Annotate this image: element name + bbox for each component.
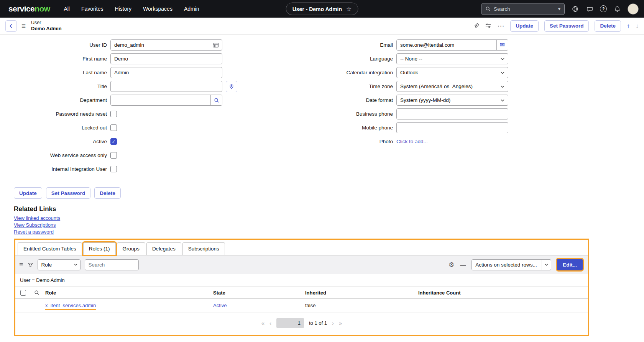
label-email: Email [290,42,396,48]
column-header-inherited[interactable]: Inherited [303,290,416,296]
nav-all[interactable]: All [64,6,70,12]
paperclip-icon[interactable] [473,23,479,29]
related-links: View linked accounts View Subscriptions … [14,215,644,235]
help-icon[interactable]: ? [600,5,607,12]
logo-text-now: now [34,4,50,13]
nav-admin[interactable]: Admin [184,6,199,12]
email-send-button[interactable]: ✉ [496,40,508,50]
collapse-list-icon[interactable]: — [460,262,466,268]
form-context-menu-icon[interactable]: ≡ [21,22,26,30]
password-needs-reset-checkbox[interactable] [110,111,117,117]
column-search-icon[interactable] [31,290,43,295]
view-linked-accounts-link[interactable]: View linked accounts [14,215,60,221]
list-toolbar-right: ⚙ — Actions on selected rows... Edit... [449,259,584,270]
search-icon [485,6,491,12]
delete-button[interactable]: Delete [595,20,621,32]
view-subscriptions-link[interactable]: View Subscriptions [14,222,56,228]
record-title: User Demo Admin [31,20,62,32]
label-mobile-phone: Mobile phone [290,125,396,131]
time-zone-select[interactable]: System (America/Los_Angeles) [396,81,508,92]
reset-a-password-link[interactable]: Reset a password [14,229,54,235]
user-id-field [110,39,222,51]
set-password-button-bottom[interactable]: Set Password [46,187,91,199]
record-name-label: Demo Admin [31,26,62,32]
search-scope-caret[interactable]: ▼ [554,3,564,15]
column-header-role[interactable]: Role [43,290,211,296]
column-header-state[interactable]: State [211,290,303,296]
calendar-integration-select[interactable]: Outlook [396,67,508,78]
active-checkbox[interactable] [110,138,117,145]
title-input[interactable] [111,81,222,92]
filter-funnel-icon[interactable] [28,262,33,268]
last-name-input[interactable] [111,67,222,78]
form-right-column: Email ✉ Language -- None -- Calendar int… [290,39,508,175]
related-list-roles: Entitled Custom Tables Roles (1) Groups … [14,239,589,336]
set-password-button[interactable]: Set Password [544,20,589,32]
label-time-zone: Time zone [290,83,396,89]
footer-buttons: Update Set Password Delete [14,187,644,199]
suggestion-pin-button[interactable] [226,81,237,92]
tab-groups[interactable]: Groups [117,242,145,255]
email-input[interactable] [397,40,496,50]
department-input[interactable] [111,95,210,105]
tab-delegates[interactable]: Delegates [146,242,181,255]
global-search-input[interactable]: Search ▼ [481,3,565,15]
first-page-icon[interactable]: « [261,320,264,326]
tab-subscriptions[interactable]: Subscriptions [182,242,225,255]
search-icon [214,98,219,103]
list-context-menu-icon[interactable]: ≡ [19,261,23,269]
nav-workspaces[interactable]: Workspaces [143,6,172,12]
edit-button[interactable]: Edit... [557,259,583,270]
internal-integration-user-checkbox[interactable] [110,166,117,172]
label-web-service-access-only: Web service access only [14,152,110,158]
user-id-input[interactable] [111,40,213,50]
favorite-star-icon[interactable]: ☆ [346,5,352,13]
servicenow-logo[interactable]: servicenow [8,4,50,13]
form-left-column: User ID First name Last name Title Depar [14,39,253,175]
nav-favorites[interactable]: Favorites [81,6,104,12]
related-list-tabs: Entitled Custom Tables Roles (1) Groups … [15,240,588,255]
user-avatar[interactable] [628,3,639,15]
top-navigation: All Favorites History Workspaces Admin [64,6,199,12]
photo-add-link[interactable]: Click to add... [396,139,428,144]
back-button[interactable] [5,20,17,32]
department-lookup-button[interactable] [210,95,222,105]
role-record-link[interactable]: x_itent_services.admin [45,303,96,310]
next-page-icon[interactable]: › [332,320,334,326]
first-name-input[interactable] [111,54,222,64]
envelope-icon: ✉ [500,41,505,49]
list-search-input[interactable] [85,259,139,270]
last-page-icon[interactable]: » [339,320,342,326]
globe-icon[interactable] [571,5,579,13]
locked-out-checkbox[interactable] [110,124,117,131]
previous-record-arrow-icon[interactable]: ↑ [627,23,630,29]
web-service-access-only-checkbox[interactable] [110,152,117,159]
delete-button-bottom[interactable]: Delete [94,187,121,199]
context-pill-label: User - Demo Admin [292,6,342,12]
date-format-select[interactable]: System (yyyy-MM-dd) [396,95,508,106]
context-pill[interactable]: User - Demo Admin ☆ [286,3,358,15]
more-options-icon[interactable]: ⋯ [497,24,504,28]
nav-history[interactable]: History [115,6,132,12]
personalize-form-icon[interactable] [485,23,491,29]
select-all-checkbox[interactable] [20,290,26,296]
label-photo: Photo [290,139,396,144]
tab-entitled-custom-tables[interactable]: Entitled Custom Tables [18,242,82,255]
business-phone-input[interactable] [397,109,508,119]
previous-page-icon[interactable]: ‹ [269,320,271,326]
actions-on-selected-rows-select[interactable]: Actions on selected rows... [472,259,551,270]
notifications-bell-icon[interactable] [613,5,621,13]
search-field-select[interactable]: Role [38,259,80,270]
update-button-bottom[interactable]: Update [14,187,42,199]
list-breadcrumb[interactable]: User = Demo Admin [15,274,588,287]
gear-icon[interactable]: ⚙ [449,262,454,268]
tab-roles[interactable]: Roles (1) [83,242,116,255]
next-record-arrow-icon[interactable]: ↓ [636,23,639,29]
mobile-phone-input[interactable] [397,123,508,133]
column-header-inheritance-count[interactable]: Inheritance Count [416,290,588,296]
chat-icon[interactable] [585,5,594,13]
language-select[interactable]: -- None -- [396,53,508,64]
update-button[interactable]: Update [510,20,539,32]
current-page-input[interactable]: 1 [276,318,304,328]
keyboard-icon[interactable] [213,43,222,47]
